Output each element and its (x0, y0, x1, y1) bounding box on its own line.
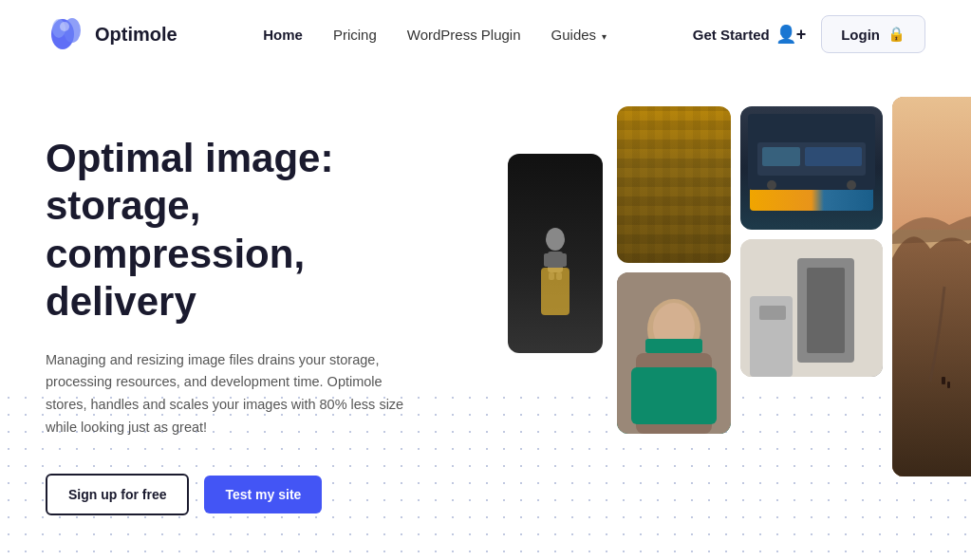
svg-rect-21 (645, 339, 702, 353)
svg-point-14 (767, 180, 776, 190)
nav-link-home[interactable]: Home (263, 27, 303, 43)
svg-rect-9 (556, 272, 562, 280)
svg-rect-13 (805, 147, 862, 166)
svg-rect-7 (561, 253, 567, 267)
signup-button[interactable]: Sign up for free (46, 474, 189, 515)
nav-link-wordpress-plugin[interactable]: WordPress Plugin (407, 27, 521, 43)
svg-point-3 (60, 22, 69, 31)
navigation: Optimole Home Pricing WordPress Plugin G… (0, 0, 971, 68)
guides-dropdown-arrow: ▾ (602, 31, 607, 42)
image-card-firefighter (508, 154, 603, 353)
logo-icon (46, 13, 87, 55)
person-add-icon: 👤+ (775, 24, 807, 45)
svg-rect-29 (942, 377, 945, 384)
nav-link-guides[interactable]: Guides ▾ (551, 27, 607, 43)
image-card-woman-reading (617, 272, 731, 434)
svg-rect-12 (762, 147, 800, 166)
svg-rect-26 (759, 306, 786, 320)
svg-rect-8 (549, 272, 554, 280)
hero-content: Optimal image: storage, compression, del… (46, 106, 454, 515)
image-card-building (617, 106, 731, 263)
svg-rect-6 (544, 253, 550, 267)
nav-links: Home Pricing WordPress Plugin Guides ▾ (263, 27, 607, 43)
logo-text: Optimole (95, 24, 177, 46)
login-button[interactable]: Login 🔒 (821, 15, 925, 53)
svg-rect-19 (631, 367, 717, 424)
get-started-button[interactable]: Get Started 👤+ (693, 24, 806, 45)
nav-right: Get Started 👤+ Login 🔒 (693, 15, 925, 53)
nav-link-pricing[interactable]: Pricing (333, 27, 377, 43)
svg-point-15 (847, 180, 856, 190)
logo[interactable]: Optimole (46, 13, 177, 55)
hero-section: Optimal image: storage, compression, del… (0, 68, 971, 560)
svg-rect-30 (947, 382, 950, 388)
hero-buttons: Sign up for free Test my site (46, 474, 454, 515)
image-card-architecture (740, 239, 883, 377)
svg-rect-5 (548, 252, 563, 272)
hero-title: Optimal image: storage, compression, del… (46, 135, 454, 327)
lock-icon: 🔒 (887, 26, 906, 43)
hero-image-collage (470, 106, 925, 543)
image-card-coastal (892, 97, 971, 476)
hero-description: Managing and resizing image files drains… (46, 349, 406, 440)
svg-point-4 (546, 228, 565, 251)
image-card-transit (740, 106, 883, 230)
test-site-button[interactable]: Test my site (204, 476, 322, 513)
svg-rect-24 (807, 268, 845, 353)
